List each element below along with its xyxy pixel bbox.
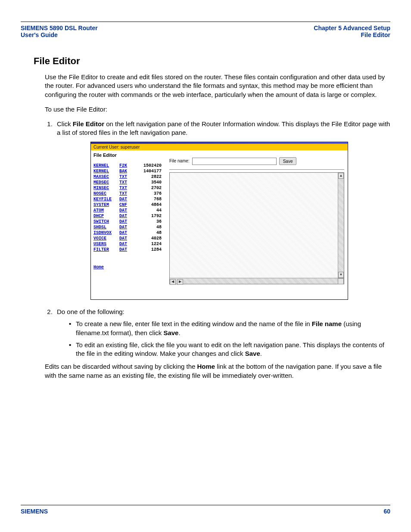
- file-name-link[interactable]: SWITCH: [93, 219, 119, 224]
- step-1: Click File Editor on the left navigation…: [54, 120, 390, 300]
- step1-post: on the left navigation pane of the Route…: [57, 120, 390, 136]
- b1-pre: To create a new file, enter file text in…: [76, 320, 312, 327]
- file-ext[interactable]: DAT: [119, 196, 133, 202]
- screenshot-userbar: Current User: superuser: [91, 144, 348, 151]
- file-ext[interactable]: DAT: [119, 230, 133, 236]
- scroll-left-icon[interactable]: ◀: [170, 279, 176, 285]
- b2-post: .: [260, 350, 262, 357]
- b1-bold2: Save: [163, 329, 178, 336]
- file-name-link[interactable]: USERS: [93, 241, 119, 247]
- file-name-link[interactable]: KERNEL: [93, 168, 119, 174]
- section-heading: File Editor: [34, 56, 390, 67]
- file-ext[interactable]: DAT: [119, 247, 133, 252]
- file-row[interactable]: ATOMDAT44: [93, 208, 163, 213]
- b1-post: .: [178, 329, 180, 336]
- vertical-scrollbar[interactable]: ▲ ▼: [338, 173, 344, 278]
- header-right-chapter: Chapter 5 Advanced Setup: [314, 25, 390, 31]
- closing-paragraph: Edits can be discarded without saving by…: [45, 362, 390, 380]
- file-row[interactable]: ISDNVOXDAT48: [93, 230, 163, 236]
- footer-rule: [21, 505, 390, 505]
- file-name-link[interactable]: NOSEC: [93, 191, 119, 196]
- header-left-title: SIEMENS 5890 DSL Router: [21, 25, 98, 31]
- file-size: 1502420: [133, 163, 163, 168]
- bullet-create: To create a new file, enter file text in…: [69, 320, 390, 337]
- file-row[interactable]: DHCPDAT1792: [93, 213, 163, 219]
- file-name-link[interactable]: MEDSEC: [93, 180, 119, 185]
- scroll-down-icon[interactable]: ▼: [338, 272, 344, 278]
- file-size: 44: [133, 208, 163, 213]
- file-row[interactable]: NOSECTXT376: [93, 191, 163, 196]
- file-row[interactable]: KERNELBAK1404177: [93, 168, 163, 174]
- file-row[interactable]: SYSTEMCNF4864: [93, 202, 163, 208]
- file-name-label: File name:: [169, 158, 190, 164]
- file-ext[interactable]: DAT: [119, 208, 133, 213]
- file-name-link[interactable]: DHCP: [93, 213, 119, 219]
- file-ext[interactable]: DAT: [119, 224, 133, 230]
- header-right-section: File Editor: [314, 31, 390, 38]
- file-ext[interactable]: DAT: [119, 236, 133, 241]
- file-size: 1284: [133, 247, 163, 252]
- file-name-link[interactable]: ATOM: [93, 208, 119, 213]
- intro-paragraph: Use the File Editor to create and edit f…: [45, 73, 390, 99]
- file-row[interactable]: KEYFILEDAT768: [93, 196, 163, 202]
- file-ext[interactable]: TXT: [119, 174, 133, 180]
- file-row[interactable]: VOICEDAT4028: [93, 236, 163, 241]
- footer-brand: SIEMENS: [21, 508, 48, 515]
- file-row[interactable]: SHDSLDAT48: [93, 224, 163, 230]
- screenshot-file-list: KERNELF2K1502420KERNELBAK1404177MAXSECTX…: [93, 163, 163, 252]
- file-ext[interactable]: DAT: [119, 213, 133, 219]
- file-name-link[interactable]: KEYFILE: [93, 196, 119, 202]
- file-ext[interactable]: CNF: [119, 202, 133, 208]
- file-size: 768: [133, 196, 163, 202]
- step1-bold: File Editor: [73, 120, 104, 128]
- file-name-link[interactable]: MAXSEC: [93, 174, 119, 180]
- step-2: Do one of the following: To create a new…: [54, 308, 390, 358]
- file-ext[interactable]: TXT: [119, 191, 133, 196]
- file-name-link[interactable]: SYSTEM: [93, 202, 119, 208]
- file-row[interactable]: USERSDAT1224: [93, 241, 163, 247]
- b2-bold1: Save: [245, 350, 260, 357]
- closing-bold: Home: [197, 363, 215, 370]
- file-row[interactable]: SWITCHDAT36: [93, 219, 163, 224]
- horizontal-scrollbar[interactable]: ◀ ▶: [170, 278, 344, 284]
- file-size: 2822: [133, 174, 163, 180]
- file-row[interactable]: KERNELF2K1502420: [93, 163, 163, 168]
- lead-in-text: To use the File Editor:: [45, 105, 390, 114]
- scroll-up-icon[interactable]: ▲: [338, 173, 344, 179]
- file-name-link[interactable]: ISDNVOX: [93, 230, 119, 236]
- screenshot-content: File name: Save ▲ ▼: [166, 150, 348, 299]
- file-row[interactable]: FILTERDAT1284: [93, 247, 163, 252]
- file-size: 48: [133, 224, 163, 230]
- file-ext[interactable]: TXT: [119, 180, 133, 185]
- file-ext[interactable]: TXT: [119, 185, 133, 191]
- save-button[interactable]: Save: [279, 157, 297, 165]
- file-textarea[interactable]: ▲ ▼ ◀ ▶: [169, 172, 344, 284]
- file-name-link[interactable]: MINSEC: [93, 185, 119, 191]
- scroll-right-icon[interactable]: ▶: [177, 279, 183, 285]
- header-rule: [21, 22, 390, 22]
- screenshot-file-editor: Current User: superuser File Editor KERN…: [90, 142, 348, 300]
- screenshot-home-link[interactable]: Home: [93, 264, 163, 271]
- screenshot-side-title: File Editor: [93, 152, 163, 159]
- page-footer: SIEMENS 60: [21, 508, 390, 515]
- file-ext[interactable]: DAT: [119, 219, 133, 224]
- file-size: 4028: [133, 236, 163, 241]
- closing-pre: Edits can be discarded without saving by…: [45, 363, 197, 370]
- file-name-link[interactable]: KERNEL: [93, 163, 119, 168]
- b2-pre: To edit an existing file, click the file…: [76, 341, 384, 357]
- screenshot-sidebar: File Editor KERNELF2K1502420KERNELBAK140…: [91, 150, 166, 299]
- file-name-link[interactable]: VOICE: [93, 236, 119, 241]
- file-ext[interactable]: BAK: [119, 168, 133, 174]
- file-name-link[interactable]: SHDSL: [93, 224, 119, 230]
- file-size: 1224: [133, 241, 163, 247]
- scroll-corner: [338, 278, 344, 284]
- file-size: 1792: [133, 213, 163, 219]
- file-row[interactable]: MINSECTXT2702: [93, 185, 163, 191]
- file-size: 2702: [133, 185, 163, 191]
- file-row[interactable]: MEDSECTXT3540: [93, 180, 163, 185]
- file-ext[interactable]: DAT: [119, 241, 133, 247]
- file-name-input[interactable]: [192, 158, 277, 165]
- file-ext[interactable]: F2K: [119, 163, 133, 168]
- file-row[interactable]: MAXSECTXT2822: [93, 174, 163, 180]
- file-name-link[interactable]: FILTER: [93, 247, 119, 252]
